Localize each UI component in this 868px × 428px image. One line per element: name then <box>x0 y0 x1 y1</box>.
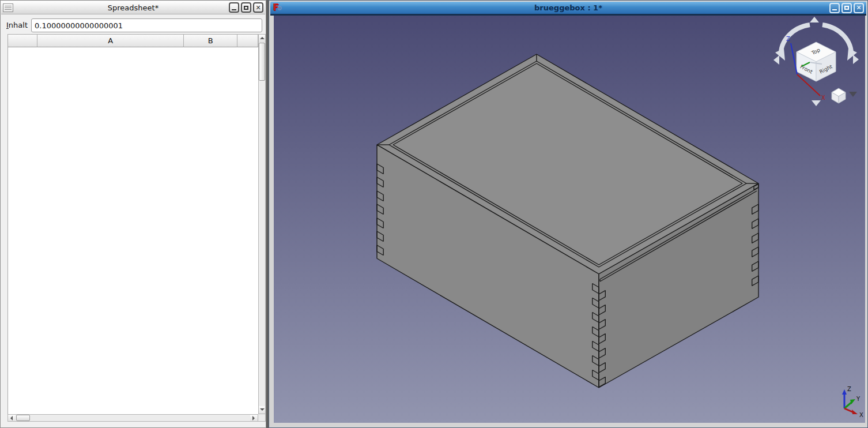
3d-view-title: brueggebox : 1* <box>270 3 866 12</box>
gear-icon: ⚙ <box>277 5 282 12</box>
freecad-logo-icon: F ⚙ <box>273 3 283 13</box>
freecad-workspace: Spreadsheet* ✕ Inhalt A B <box>0 0 868 428</box>
minimize-icon <box>232 9 236 10</box>
spreadsheet-titlebar[interactable]: Spreadsheet* ✕ <box>1 1 265 14</box>
content-field-label: Inhalt <box>6 21 28 29</box>
3d-view-window: F ⚙ brueggebox : 1* ✕ <box>269 0 868 428</box>
down-arrow-icon <box>260 408 265 411</box>
maximize-icon <box>244 6 248 10</box>
maximize-button-3d[interactable] <box>841 3 852 13</box>
left-arrow-icon <box>10 416 13 421</box>
close-icon: ✕ <box>255 5 261 11</box>
axis-z-label: Z <box>847 386 851 392</box>
corner-header-cell[interactable] <box>8 34 37 47</box>
scroll-right-button[interactable] <box>250 415 258 421</box>
scroll-down-button[interactable] <box>259 406 265 414</box>
navcube-z-label: Z <box>786 36 790 42</box>
close-button-3d[interactable]: ✕ <box>854 3 864 13</box>
close-button[interactable]: ✕ <box>253 2 263 13</box>
axis-x-label: X <box>859 412 863 418</box>
3d-viewport[interactable]: Top Front Right Z X <box>274 16 865 423</box>
minimize-button-3d[interactable] <box>829 3 840 13</box>
right-arrow-icon <box>252 416 255 421</box>
grid-header-row: A B <box>8 34 258 47</box>
navcube-x-label: X <box>821 95 825 101</box>
scroll-left-button[interactable] <box>8 415 16 421</box>
maximize-button[interactable] <box>241 2 251 13</box>
spreadsheet-grid: A B <box>7 34 266 422</box>
up-arrow-icon <box>260 37 265 39</box>
axis-y-label: Y <box>856 396 861 402</box>
horizontal-scrollbar[interactable] <box>7 414 258 422</box>
column-header-b[interactable]: B <box>184 34 237 47</box>
cell-content-input[interactable] <box>31 18 262 32</box>
vertical-scrollbar[interactable] <box>258 34 266 414</box>
column-header-a[interactable]: A <box>37 34 184 47</box>
vertical-scroll-thumb[interactable] <box>259 43 265 81</box>
minimize-button[interactable] <box>229 2 239 13</box>
close-icon: ✕ <box>856 5 861 11</box>
3d-view-titlebar[interactable]: F ⚙ brueggebox : 1* ✕ <box>270 2 866 14</box>
minimize-icon <box>832 9 837 10</box>
column-header-c[interactable] <box>237 34 258 47</box>
spreadsheet-window: Spreadsheet* ✕ Inhalt A B <box>0 0 266 428</box>
maximize-icon <box>844 6 849 10</box>
horizontal-scroll-thumb[interactable] <box>16 415 30 421</box>
scroll-up-button[interactable] <box>259 35 265 42</box>
spreadsheet-window-title: Spreadsheet* <box>1 3 265 12</box>
scrollbar-corner <box>258 414 266 422</box>
grid-viewport: A B <box>7 34 258 414</box>
